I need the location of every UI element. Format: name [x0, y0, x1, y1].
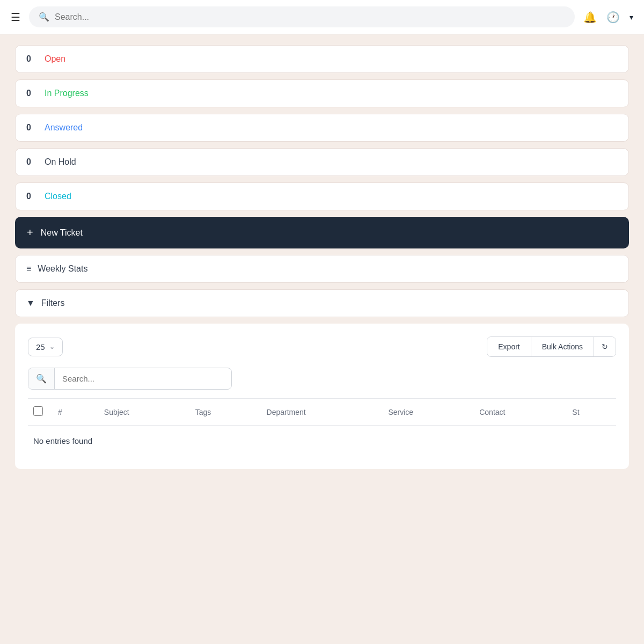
status-card-onhold[interactable]: 0 On Hold [15, 148, 629, 176]
bulk-actions-button[interactable]: Bulk Actions [531, 337, 594, 356]
status-card-closed[interactable]: 0 Closed [15, 182, 629, 210]
status-card-answered[interactable]: 0 Answered [15, 114, 629, 142]
plus-icon: + [27, 226, 33, 239]
table-header-row: # Subject Tags Department Service Contac… [28, 399, 616, 426]
search-icon: 🔍 [39, 12, 49, 22]
no-entries-row: No entries found [28, 426, 616, 457]
status-card-inprogress[interactable]: 0 In Progress [15, 79, 629, 107]
select-all-checkbox[interactable] [33, 406, 43, 416]
data-table: # Subject Tags Department Service Contac… [28, 398, 616, 456]
filters-card[interactable]: ▼ Filters [15, 289, 629, 317]
filter-icon: ▼ [26, 298, 35, 308]
weekly-stats-label: Weekly Stats [38, 264, 87, 274]
col-tags: Tags [187, 399, 258, 426]
onhold-label: On Hold [45, 157, 76, 167]
refresh-button[interactable]: ↻ [594, 337, 616, 356]
closed-label: Closed [45, 192, 71, 201]
no-entries-label: No entries found [28, 426, 616, 457]
profile-chevron-icon[interactable]: ▾ [630, 13, 633, 21]
col-number: # [49, 399, 96, 426]
closed-count: 0 [26, 192, 37, 201]
navbar: ☰ 🔍 🔔 🕐 ▾ [0, 0, 644, 34]
select-all-header[interactable] [28, 399, 49, 426]
nav-icons: 🔔 🕐 ▾ [583, 11, 633, 24]
open-label: Open [45, 54, 65, 64]
top-search-input[interactable] [55, 12, 565, 22]
weekly-stats-card[interactable]: ≡ Weekly Stats [15, 255, 629, 283]
status-card-open[interactable]: 0 Open [15, 45, 629, 73]
answered-label: Answered [45, 123, 83, 133]
per-page-chevron-icon: ⌄ [49, 343, 55, 350]
top-search-bar[interactable]: 🔍 [29, 6, 575, 27]
col-service: Service [379, 399, 471, 426]
table-search[interactable]: 🔍 [28, 368, 232, 390]
per-page-select[interactable]: 25 ⌄ [28, 338, 63, 356]
table-toolbar: 25 ⌄ Export Bulk Actions ↻ [28, 336, 616, 357]
bell-icon[interactable]: 🔔 [583, 11, 597, 24]
filters-label: Filters [41, 298, 65, 308]
col-subject: Subject [96, 399, 187, 426]
clock-icon[interactable]: 🕐 [606, 11, 620, 24]
col-contact: Contact [471, 399, 564, 426]
chart-icon: ≡ [26, 264, 31, 274]
export-button[interactable]: Export [487, 337, 531, 356]
col-department: Department [258, 399, 380, 426]
toolbar-right: Export Bulk Actions ↻ [487, 336, 616, 357]
inprogress-label: In Progress [45, 89, 89, 98]
onhold-count: 0 [26, 157, 37, 167]
per-page-value: 25 [36, 342, 45, 352]
table-container: 25 ⌄ Export Bulk Actions ↻ 🔍 [15, 324, 629, 469]
hamburger-icon[interactable]: ☰ [11, 11, 20, 24]
table-search-icon: 🔍 [36, 374, 47, 384]
main-content: 0 Open 0 In Progress 0 Answered 0 On Hol… [0, 34, 644, 480]
new-ticket-button[interactable]: + New Ticket [15, 217, 629, 248]
inprogress-count: 0 [26, 89, 37, 98]
table-search-input[interactable] [55, 369, 231, 389]
answered-count: 0 [26, 123, 37, 133]
table-search-icon-box: 🔍 [28, 368, 55, 389]
new-ticket-label: New Ticket [41, 228, 83, 238]
open-count: 0 [26, 54, 37, 64]
col-status: St [564, 399, 616, 426]
